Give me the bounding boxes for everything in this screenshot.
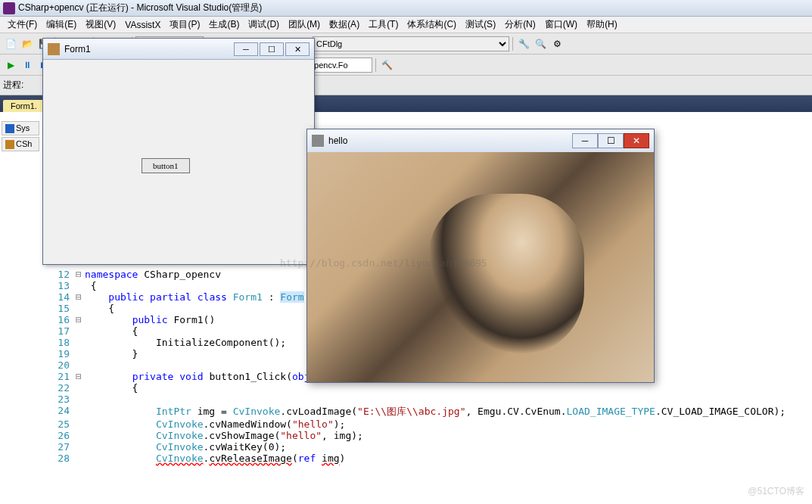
line-number: 15 — [42, 303, 73, 314]
fold-icon[interactable]: ⊟ — [73, 291, 85, 303]
menu-item[interactable]: 调试(D) — [244, 17, 284, 33]
hello-minimize-button[interactable]: ─ — [572, 133, 598, 148]
hello-maximize-button[interactable]: ☐ — [598, 133, 624, 148]
menu-item[interactable]: 工具(T) — [364, 17, 403, 33]
code-text[interactable]: CvInvoke.cvWaitKey(0); — [85, 441, 809, 453]
code-text[interactable]: { — [85, 382, 809, 394]
new-project-icon[interactable]: 📄 — [3, 36, 18, 51]
line-number: 22 — [42, 382, 73, 394]
line-number: 25 — [42, 418, 73, 430]
line-number: 16 — [42, 314, 73, 325]
menu-item[interactable]: 分析(N) — [500, 17, 540, 33]
code-text[interactable]: IntPtr img = CvInvoke.cvLoadImage("E:\\图… — [85, 405, 809, 418]
fold-icon[interactable] — [73, 430, 85, 441]
side-tab[interactable]: Sys — [2, 121, 39, 135]
run-icon[interactable]: ▶ — [3, 58, 18, 73]
corner-watermark: @51CTO博客 — [748, 485, 804, 498]
line-number: 20 — [42, 359, 73, 371]
side-tab-icon — [5, 140, 14, 149]
fold-icon[interactable] — [73, 405, 85, 418]
menu-item[interactable]: VAssistX — [120, 18, 165, 32]
hello-title: hello — [328, 135, 347, 146]
code-text[interactable] — [85, 394, 809, 405]
menu-item[interactable]: 测试(S) — [461, 17, 500, 33]
menu-item[interactable]: 数据(A) — [325, 17, 364, 33]
line-number: 23 — [42, 394, 73, 405]
tool-icon[interactable]: 🔨 — [379, 58, 394, 73]
pause-icon[interactable]: ⏸ — [20, 58, 35, 73]
menu-item[interactable]: 团队(M) — [284, 17, 325, 33]
fold-icon[interactable] — [73, 441, 85, 453]
settings-icon[interactable]: ⚙ — [549, 36, 565, 51]
fold-icon[interactable] — [73, 325, 85, 337]
watermark-text: http://blog.csdn.net/liyuqian199695 — [280, 257, 487, 269]
menu-item[interactable]: 视图(V) — [81, 17, 120, 33]
menu-item[interactable]: 项目(P) — [165, 17, 204, 33]
code-line[interactable]: 26 CvInvoke.cvShowImage("hello", img); — [42, 430, 809, 441]
line-number: 19 — [42, 348, 73, 359]
fold-icon[interactable] — [73, 382, 85, 394]
form1-icon — [48, 43, 60, 55]
vs-logo-icon — [3, 2, 15, 14]
line-number: 12 — [42, 269, 73, 280]
hello-window: hello ─ ☐ ✕ — [306, 129, 655, 383]
fold-icon[interactable] — [73, 453, 85, 464]
code-text[interactable]: CvInvoke.cvNamedWindow("hello"); — [85, 418, 809, 430]
line-number: 24 — [42, 405, 73, 418]
hello-close-button[interactable]: ✕ — [624, 133, 649, 148]
line-number: 26 — [42, 430, 73, 441]
code-text[interactable]: CvInvoke.cvShowImage("hello", img); — [85, 430, 809, 441]
form1-title: Form1 — [64, 44, 91, 54]
line-number: 18 — [42, 337, 73, 348]
fold-icon[interactable] — [73, 337, 85, 348]
code-line[interactable]: 23 — [42, 394, 809, 405]
menu-item[interactable]: 文件(F) — [3, 17, 42, 33]
hello-title-bar[interactable]: hello ─ ☐ ✕ — [307, 129, 654, 152]
fold-icon[interactable] — [73, 303, 85, 314]
find-icon[interactable]: 🔍 — [533, 36, 548, 51]
config-dropdown[interactable]: CFtDlg — [313, 36, 509, 51]
tab-form1[interactable]: Form1. — [3, 100, 45, 112]
window-title-bar: CSharp+opencv (正在运行) - Microsoft Visual … — [0, 0, 812, 17]
fold-icon[interactable]: ⊟ — [73, 371, 85, 382]
line-number: 17 — [42, 325, 73, 337]
toolbox-icon[interactable]: 🔧 — [516, 36, 531, 51]
main-menu-bar: 文件(F)编辑(E)视图(V)VAssistX项目(P)生成(B)调试(D)团队… — [0, 17, 812, 33]
fold-icon[interactable] — [73, 418, 85, 430]
line-number: 13 — [42, 280, 73, 291]
menu-item[interactable]: 窗口(W) — [540, 17, 582, 33]
line-number: 21 — [42, 371, 73, 382]
line-number: 28 — [42, 453, 73, 464]
side-tab-icon — [5, 124, 14, 133]
fold-icon[interactable] — [73, 280, 85, 291]
line-number: 27 — [42, 441, 73, 453]
fold-icon[interactable] — [73, 359, 85, 371]
line-number: 14 — [42, 291, 73, 303]
form1-maximize-button[interactable]: ☐ — [260, 42, 284, 56]
fold-icon[interactable] — [73, 394, 85, 405]
code-line[interactable]: 28 CvInvoke.cvReleaseImage(ref img) — [42, 453, 809, 464]
side-tab-group: SysCSh — [2, 121, 39, 153]
code-line[interactable]: 27 CvInvoke.cvWaitKey(0); — [42, 441, 809, 453]
code-line[interactable]: 25 CvInvoke.cvNamedWindow("hello"); — [42, 418, 809, 430]
form1-window: Form1 ─ ☐ ✕ button1 — [42, 38, 315, 265]
process-label: 进程: — [3, 79, 23, 92]
code-text[interactable]: CvInvoke.cvReleaseImage(ref img) — [85, 453, 809, 464]
code-line[interactable]: 24 IntPtr img = CvInvoke.cvLoadImage("E:… — [42, 405, 809, 418]
side-tab[interactable]: CSh — [2, 137, 39, 151]
menu-item[interactable]: 体系结构(C) — [403, 17, 461, 33]
form1-close-button[interactable]: ✕ — [285, 42, 310, 56]
fold-icon[interactable] — [73, 348, 85, 359]
code-line[interactable]: 22 { — [42, 382, 809, 394]
menu-item[interactable]: 编辑(E) — [42, 17, 81, 33]
menu-item[interactable]: 帮助(H) — [582, 17, 622, 33]
fold-icon[interactable]: ⊟ — [73, 314, 85, 325]
button1[interactable]: button1 — [142, 158, 190, 173]
fold-icon[interactable]: ⊟ — [73, 269, 85, 280]
form1-client-area: button1 — [43, 60, 314, 264]
form1-minimize-button[interactable]: ─ — [234, 42, 258, 56]
window-title: CSharp+opencv (正在运行) - Microsoft Visual … — [18, 2, 262, 14]
form1-title-bar[interactable]: Form1 ─ ☐ ✕ — [43, 39, 314, 60]
open-icon[interactable]: 📂 — [20, 36, 35, 51]
menu-item[interactable]: 生成(B) — [204, 17, 244, 33]
